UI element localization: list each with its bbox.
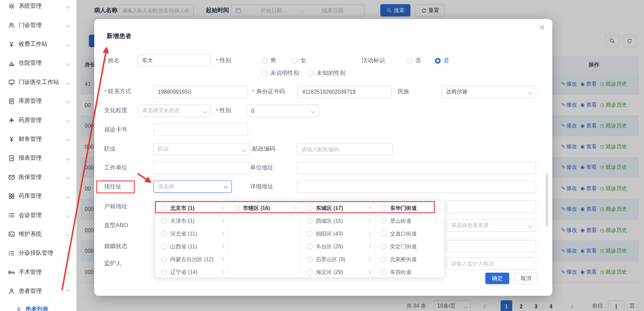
employer-address-label: 单位地址 bbox=[250, 161, 273, 174]
sidebar-item-warehouse[interactable]: 库房管理 bbox=[0, 92, 76, 111]
cascader-option-jiaodaokou[interactable]: 交道口街道 bbox=[375, 227, 444, 240]
cascader-option-haidian[interactable]: 海淀区 (29) bbox=[301, 266, 375, 277]
cascader-option-chaoyang[interactable]: 朝阳区 (43) bbox=[301, 227, 375, 240]
sidebar-item-outpatient-doctor-station[interactable]: 门诊医生工作站 bbox=[0, 73, 76, 92]
cascader-option-jingshan[interactable]: 景山街道 bbox=[375, 214, 444, 227]
cascader-option-shixiaqu[interactable]: 市辖区 (16) bbox=[228, 201, 300, 214]
radio-icon[interactable] bbox=[161, 269, 167, 275]
cascader-option-hebei[interactable]: 河北省 (11) bbox=[155, 227, 228, 240]
cascader-option-liaoning[interactable]: 辽宁省 (14) bbox=[155, 266, 228, 277]
radio-icon bbox=[262, 58, 267, 64]
sidebar-item-outpatient[interactable]: 门诊管理 bbox=[0, 16, 76, 35]
chevron-down-icon bbox=[66, 213, 70, 217]
gender2-select[interactable]: 0 bbox=[247, 104, 319, 117]
employer-input[interactable] bbox=[153, 161, 250, 174]
id-number-input[interactable] bbox=[298, 86, 392, 98]
radio-icon[interactable] bbox=[307, 218, 313, 224]
sidebar-subitem-label: 患者列表 bbox=[25, 306, 49, 311]
radio-icon[interactable] bbox=[161, 231, 167, 237]
list-icon bbox=[8, 212, 15, 219]
sidebar-item-system-management[interactable]: 系统管理 bbox=[0, 0, 76, 16]
chevron-up-icon bbox=[224, 186, 228, 190]
chevron-right-icon bbox=[367, 257, 371, 261]
cascader-option-tianjin[interactable]: 天津市 (1) bbox=[155, 214, 228, 227]
radio-icon[interactable] bbox=[381, 256, 387, 262]
guardian-phone-input[interactable] bbox=[446, 257, 536, 270]
gender-radio-unspecified[interactable]: 未说明性别 bbox=[262, 67, 299, 80]
gender-radio-female[interactable]: 女 bbox=[292, 55, 306, 67]
cascader-option-beixinqiao[interactable]: 北新桥街道 bbox=[375, 253, 444, 266]
radio-icon[interactable] bbox=[307, 231, 313, 237]
gender-radio-unknown[interactable]: 未知的性别 bbox=[308, 67, 346, 80]
radio-icon[interactable] bbox=[161, 256, 167, 262]
current-address-cascader-select[interactable]: 请选择 bbox=[153, 181, 232, 193]
sidebar-item-insurance[interactable]: 医保管理 bbox=[0, 168, 76, 187]
sidebar-item-patient-management[interactable]: 患者管理 bbox=[0, 282, 76, 301]
patient-source-select[interactable]: 请选择患者来源 bbox=[446, 219, 536, 232]
radio-icon[interactable] bbox=[381, 218, 387, 224]
employer-address-input[interactable] bbox=[297, 161, 536, 174]
cancel-button[interactable]: 取消 bbox=[514, 273, 538, 284]
marital-row-input[interactable] bbox=[446, 240, 536, 252]
contact-input[interactable] bbox=[153, 86, 248, 98]
chevron-right-icon bbox=[220, 270, 224, 274]
name-input[interactable] bbox=[138, 55, 211, 67]
cascader-option-andingmen[interactable]: 安定门街道 bbox=[375, 240, 444, 253]
sidebar-item-surgery[interactable]: 手术管理 bbox=[0, 263, 76, 282]
education-select[interactable]: 请选择文化程度 bbox=[138, 104, 211, 117]
radio-icon[interactable] bbox=[381, 205, 387, 211]
radio-icon[interactable] bbox=[307, 269, 313, 275]
cascader-option-dongcheng[interactable]: 东城区 (17) bbox=[301, 201, 375, 214]
active-radio-yes[interactable]: 是 bbox=[435, 55, 449, 67]
cascader-option-fengtai[interactable]: 丰台区 (26) bbox=[301, 240, 375, 253]
sidebar-item-finance[interactable]: 财务管理 bbox=[0, 130, 76, 149]
radio-icon[interactable] bbox=[307, 256, 313, 262]
household-address-label: 户籍地址 bbox=[104, 200, 127, 213]
modal-scrollbar[interactable] bbox=[546, 174, 548, 226]
occupation-select[interactable]: 职业 bbox=[153, 143, 250, 155]
gender2-label: 性别 bbox=[216, 104, 231, 117]
chevron-down-icon bbox=[66, 80, 70, 84]
gender-radio-male[interactable]: 男 bbox=[262, 55, 276, 67]
visit-card-input[interactable] bbox=[153, 124, 248, 136]
radio-icon[interactable] bbox=[161, 218, 167, 224]
confirm-button[interactable]: 确定 bbox=[485, 273, 509, 284]
radio-icon[interactable] bbox=[307, 244, 313, 249]
queue-icon bbox=[8, 250, 15, 257]
chevron-down-icon bbox=[66, 23, 70, 27]
sidebar-item-label: 库房管理 bbox=[19, 97, 66, 105]
radio-icon[interactable] bbox=[307, 205, 313, 211]
cascader-option-shijingshan[interactable]: 石景山区 (9) bbox=[301, 253, 375, 266]
sidebar-item-maintenance[interactable]: 维护系统 bbox=[0, 225, 76, 244]
education-label: 文化程度 bbox=[104, 104, 127, 117]
radio-icon[interactable] bbox=[234, 205, 239, 211]
radio-icon[interactable] bbox=[381, 231, 387, 237]
person-icon bbox=[16, 306, 22, 311]
sidebar-item-reports[interactable]: 报表管理 bbox=[0, 149, 76, 167]
radio-icon[interactable] bbox=[161, 244, 167, 249]
detail-address-input[interactable] bbox=[297, 181, 536, 193]
radio-icon[interactable] bbox=[161, 205, 167, 211]
radio-icon[interactable] bbox=[381, 269, 387, 275]
postal-code-input[interactable] bbox=[297, 143, 392, 155]
cascader-option-dongsi[interactable]: 东四街道 bbox=[375, 266, 444, 277]
household-address-input[interactable] bbox=[446, 200, 536, 213]
sidebar-item-inpatient[interactable]: 住院管理 bbox=[0, 54, 76, 72]
people-icon bbox=[8, 22, 15, 29]
sidebar-item-pharmacy[interactable]: 药房管理 bbox=[0, 111, 76, 130]
sidebar-item-drug-storage[interactable]: 药库管理 bbox=[0, 187, 76, 206]
cascader-option-shanxi[interactable]: 山西省 (11) bbox=[155, 240, 228, 253]
cascader-option-neimenggu[interactable]: 内蒙古自治区 (12) bbox=[155, 253, 228, 266]
sidebar-item-billing-station[interactable]: 收费工作站 bbox=[0, 35, 76, 54]
radio-icon[interactable] bbox=[381, 244, 387, 249]
sidebar-item-triage-queue[interactable]: 分诊排队管理 bbox=[0, 244, 76, 262]
cascader-option-beijing[interactable]: 北京市 (1) bbox=[155, 201, 228, 214]
active-radio-no[interactable]: 否 bbox=[406, 55, 421, 67]
sidebar-item-consultation[interactable]: 会诊管理 bbox=[0, 206, 76, 225]
sidebar-item-label: 分诊排队管理 bbox=[19, 250, 66, 257]
close-icon[interactable]: × bbox=[539, 23, 545, 32]
ethnicity-select[interactable]: 达斡尔族 bbox=[441, 86, 536, 98]
cascader-option-xicheng[interactable]: 西城区 (15) bbox=[301, 214, 375, 227]
sidebar-item-patient-list[interactable]: 患者列表 bbox=[0, 301, 76, 311]
cascader-option-donghuamen[interactable]: 东华门街道 bbox=[375, 201, 444, 214]
